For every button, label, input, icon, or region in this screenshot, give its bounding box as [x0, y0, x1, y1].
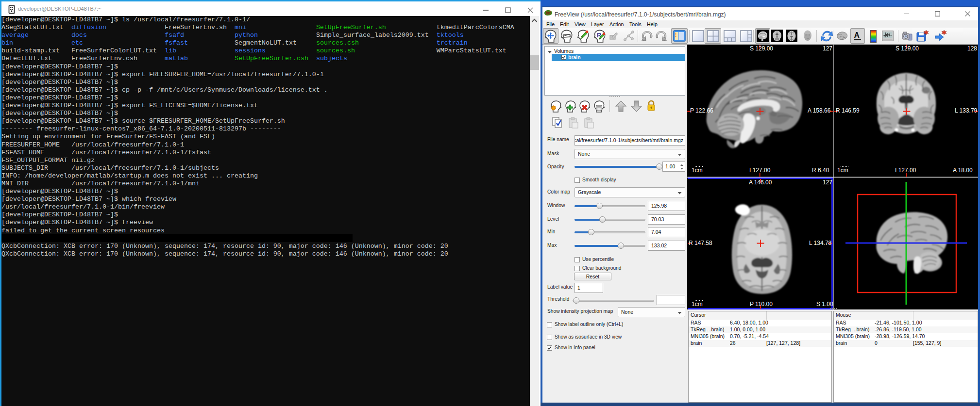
svg-text:A: A [854, 31, 860, 39]
